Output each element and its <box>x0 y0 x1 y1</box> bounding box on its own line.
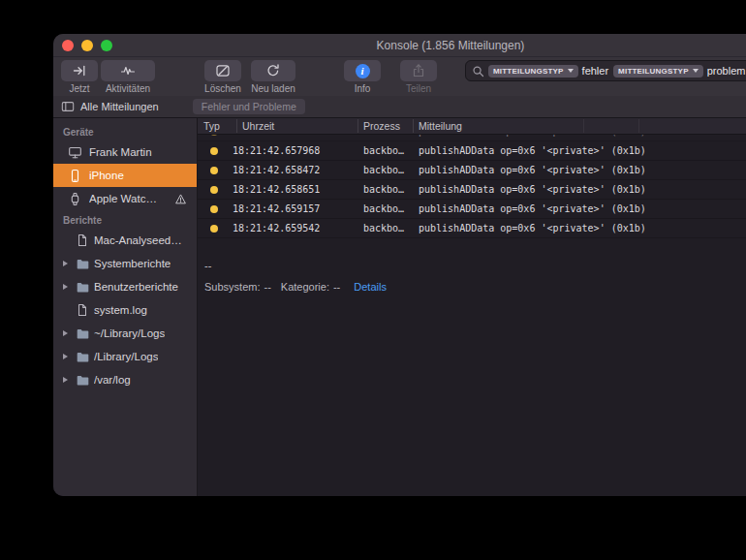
toolbar: Jetzt Aktivitäten Löschen <box>53 57 746 96</box>
filter-bar: Alle Mitteilungen Fehler und Probleme <box>53 96 746 118</box>
sidebar-item-label: Frank Martin <box>89 146 152 158</box>
chevron-down-icon <box>693 69 699 73</box>
row-process: backbo… <box>363 203 412 214</box>
filter-token-type[interactable]: MITTEILUNGSTYP <box>488 65 578 78</box>
disclosure-triangle[interactable] <box>59 330 71 336</box>
folder-icon <box>75 326 90 341</box>
sidebar-item-mac-analytics[interactable]: Mac-Analyseed… <box>53 229 197 252</box>
sidebar-item-label: Systemberichte <box>94 258 171 269</box>
all-messages-label: Alle Mitteilungen <box>80 101 159 112</box>
errors-and-faults-button[interactable]: Fehler und Probleme <box>193 99 305 114</box>
clear-icon <box>215 63 231 78</box>
jetzt-button[interactable]: Jetzt <box>61 60 98 94</box>
console-window: Konsole (1.856 Mitteilungen) Jetzt Aktiv… <box>53 34 746 496</box>
chevron-down-icon <box>568 69 574 73</box>
row-message: publishADData op=0x6 '<private>' (0x1b) <box>419 145 646 156</box>
sidebar-section-devices: Geräte <box>53 122 197 140</box>
sidebar-item-label: Benutzerberichte <box>94 281 178 293</box>
table-row[interactable]: 18:21:42.657968 backbo… publishADData op… <box>198 141 746 161</box>
column-separator <box>583 119 584 133</box>
column-header-typ[interactable]: Typ <box>203 120 220 132</box>
info-icon <box>356 64 370 78</box>
row-time: 18:21:42.659157 <box>233 203 320 214</box>
column-header-prozess[interactable]: Prozess <box>363 120 400 132</box>
disclosure-triangle[interactable] <box>59 377 71 383</box>
disclosure-triangle[interactable] <box>59 261 71 266</box>
details-empty: -- <box>204 260 746 271</box>
search-field[interactable]: MITTEILUNGSTYP fehler MITTEILUNGSTYP pro… <box>465 60 746 81</box>
reload-icon <box>265 63 281 78</box>
column-separator <box>357 119 358 133</box>
scroll-to-now-icon <box>72 63 87 78</box>
sidebar-item-apple-watch[interactable]: Apple Watc… <box>53 187 197 210</box>
neu-laden-label: Neu laden <box>251 83 295 94</box>
sidebar-item-var-log[interactable]: /var/log <box>53 368 197 391</box>
row-process: backbo… <box>363 135 412 137</box>
info-label: Info <box>355 83 371 94</box>
titlebar: Konsole (1.856 Mitteilungen) <box>53 34 746 57</box>
teilen-button[interactable]: Teilen <box>400 60 437 94</box>
table-row-partial[interactable]: 18:21:42.6… backbo… publishADData op=0x6… <box>198 135 746 141</box>
sidebar-item-system-log[interactable]: system.log <box>53 298 197 322</box>
table-row[interactable]: 18:21:42.658651 backbo… publishADData op… <box>198 180 746 200</box>
sidebar-item-label: /var/log <box>94 374 131 386</box>
filter-token-type[interactable]: MITTEILUNGSTYP <box>613 65 703 78</box>
subsystem-label: Subsystem: <box>204 281 260 293</box>
info-button[interactable]: Info <box>344 60 381 94</box>
folder-icon <box>75 279 90 295</box>
row-message: publishADData op=0x6 '<private>' (0x1b) <box>419 184 646 195</box>
row-process: backbo… <box>363 223 412 233</box>
aktivitaeten-label: Aktivitäten <box>106 83 150 94</box>
sidebar-item-iphone[interactable]: iPhone <box>53 164 197 187</box>
columns-icon <box>61 100 75 113</box>
folder-icon <box>75 349 90 364</box>
kategorie-label: Kategorie: <box>281 281 329 293</box>
sidebar-item-label: Mac-Analyseed… <box>94 234 182 246</box>
neu-laden-button[interactable]: Neu laden <box>251 60 295 94</box>
sidebar-item-user-library-logs[interactable]: ~/Library/Logs <box>53 322 197 345</box>
column-header-uhrzeit[interactable]: Uhrzeit <box>242 120 274 132</box>
filter-token-label: MITTEILUNGSTYP <box>493 67 564 76</box>
row-message: publishADData op=0x6 '<private>' (0x1b) <box>419 135 646 137</box>
sidebar-item-frank-martin[interactable]: Frank Martin <box>53 140 197 164</box>
sidebar-item-library-logs[interactable]: /Library/Logs <box>53 345 197 368</box>
row-process: backbo… <box>363 184 412 195</box>
sidebar-item-systemberichte[interactable]: Systemberichte <box>53 252 197 275</box>
aktivitaeten-button[interactable]: Aktivitäten <box>101 60 155 94</box>
row-process: backbo… <box>363 145 412 156</box>
table-row[interactable]: 18:21:42.659542 backbo… publishADData op… <box>198 219 746 238</box>
row-message: publishADData op=0x6 '<private>' (0x1b) <box>419 203 646 214</box>
sidebar-item-label: /Library/Logs <box>94 351 158 362</box>
subsystem-value: -- <box>264 281 270 293</box>
kategorie-value: -- <box>333 281 340 293</box>
sidebar-item-benutzerberichte[interactable]: Benutzerberichte <box>53 275 197 298</box>
jetzt-label: Jetzt <box>69 83 89 94</box>
loeschen-button[interactable]: Löschen <box>204 60 241 94</box>
search-icon <box>472 65 484 78</box>
folder-icon <box>75 372 90 388</box>
filter-token-label: MITTEILUNGSTYP <box>618 67 689 76</box>
warning-dot-icon <box>210 147 218 155</box>
disclosure-triangle[interactable] <box>59 354 71 359</box>
window-title: Konsole (1.856 Mitteilungen) <box>53 39 746 52</box>
desktop: Konsole (1.856 Mitteilungen) Jetzt Aktiv… <box>0 0 746 560</box>
row-message: publishADData op=0x6 '<private>' (0x1b) <box>419 223 646 233</box>
disclosure-triangle[interactable] <box>59 284 71 290</box>
teilen-label: Teilen <box>406 83 431 94</box>
column-header-mitteilung[interactable]: Mitteilung <box>419 120 462 132</box>
display-icon <box>67 144 82 160</box>
warning-icon <box>174 193 187 205</box>
document-icon <box>75 302 90 318</box>
sidebar-item-label: iPhone <box>89 170 124 181</box>
row-time: 18:21:42.658472 <box>233 165 320 175</box>
details-link[interactable]: Details <box>354 281 387 293</box>
filter-token-value[interactable]: problem <box>707 65 746 77</box>
share-icon <box>411 63 426 78</box>
sidebar-item-label: Apple Watc… <box>89 193 157 204</box>
all-messages-button[interactable]: Alle Mitteilungen <box>61 100 159 113</box>
filter-token-value[interactable]: fehler <box>582 65 609 77</box>
row-time: 18:21:42.6… <box>233 135 296 137</box>
table-row[interactable]: 18:21:42.658472 backbo… publishADData op… <box>198 161 746 180</box>
table-row[interactable]: 18:21:42.659157 backbo… publishADData op… <box>198 200 746 219</box>
column-separator <box>638 119 639 133</box>
